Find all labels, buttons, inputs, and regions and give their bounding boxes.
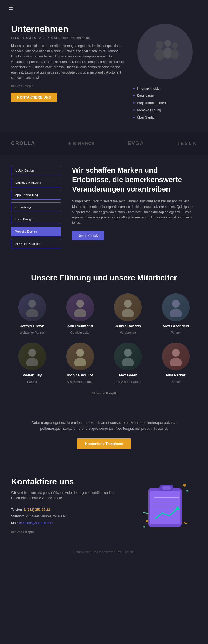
svg-point-21 [170,358,182,366]
avatar-jeffrey [18,293,46,321]
svg-point-13 [170,309,182,317]
svg-point-0 [156,41,163,49]
team-grid-row2: Walter Lilly Partner Monica Pouliot Asso… [11,343,197,383]
footer: Sample text. Click to select the Text El… [0,545,208,559]
logo-evga: EVGA [128,140,144,146]
svg-point-18 [124,349,132,357]
avatar-alex-g [162,293,190,321]
menu-icon[interactable]: ☰ [8,4,13,11]
service-btn-website[interactable]: Website-Design [11,227,61,236]
section-unternehmen: Unternehmen ELEMENTUM EU FACILISIS SED O… [0,16,208,132]
nav-item-5[interactable]: Über Studio [133,114,197,121]
team-member-monica: Monica Pouliot Assoziierter Partner [59,343,102,383]
avatar-ann [66,293,94,321]
role-alex-green: Assoziierter Partner [115,380,141,383]
kontakt-title: Kontaktiere uns [11,477,128,486]
location-label: Standort: [11,514,26,518]
nav-item-3[interactable]: Projektmanagement [133,99,197,107]
logo-binance: ◈ BINANCE [68,141,95,146]
svg-point-31 [186,490,188,492]
kontakt-left: Kontaktiere uns Wir sind hier, um alle g… [11,477,128,534]
nav-item-2[interactable]: Kreativteam [133,92,197,99]
kontakt-location-line: Standort: 75 Street Sample, WI 63025 [11,513,128,520]
svg-point-1 [154,48,164,61]
team-member-ann: Ann Richmond Kreativer Leiter [59,293,102,334]
svg-point-9 [74,309,86,317]
footer-sample-text: Sample text. Click to select the Text El… [73,550,135,554]
name-alex-green: Alex Green [118,373,138,377]
mail-value: template@sample.com [19,521,53,525]
cta-button[interactable]: Kostenlose Testphase [77,438,131,449]
role-jennie: Vorsitzende [120,331,136,334]
service-btn-marketing[interactable]: Digitales Marketing [11,178,61,187]
svg-point-2 [164,40,171,47]
kontakt-freepik: Bild von Freepik [11,530,128,534]
svg-point-17 [74,358,86,366]
name-alex-g: Alex Greenfield [163,324,189,328]
team-member-jennie: Jennie Roberts Vorsitzende [107,293,149,334]
role-ann: Kreativer Leiter [70,331,90,334]
kontakt-right [136,477,197,527]
svg-point-20 [172,349,180,357]
nav-item-4[interactable]: Kreative Leitung [133,107,197,114]
services-buttons: UI/UX-Design Digitales Marketing App-Ent… [11,166,61,248]
unser-kontakt-button[interactable]: Unser Kontakt [72,231,104,240]
role-monica: Assoziierter Partner [67,380,93,383]
services-body: Sample text. Click to select the Text El… [72,199,197,225]
service-btn-logo[interactable]: Logo-Design [11,215,61,224]
name-ann: Ann Richmond [67,324,93,328]
kontaktiere-uns-button[interactable]: KONTAKTIERE UNS [11,93,57,102]
role-jeffrey: Weltweiter Partner [20,331,45,334]
svg-point-19 [122,358,134,366]
services-heading: Wir schaffen Marken und Erlebnisse, die … [72,166,197,194]
service-btn-grafik[interactable]: Grafikdesign [11,202,61,212]
unternehmen-body: Massa ultrices mi quis hendrerit dolor m… [11,43,125,80]
svg-point-33 [143,526,145,528]
svg-point-4 [172,42,178,49]
svg-point-15 [26,358,38,366]
name-mila: Mila Parker [166,373,185,377]
name-monica: Monica Pouliot [67,373,93,377]
avatar-monica [66,343,94,370]
svg-point-11 [122,309,134,317]
avatar-alex-green [114,343,142,370]
cta-text: Dolor magna eget est lorem ipsum dolor s… [22,420,186,432]
svg-point-32 [146,520,148,522]
svg-point-14 [28,349,36,357]
service-btn-app[interactable]: App-Entwicklung [11,190,61,200]
location-value: 75 Street Sample, WI 63025 [26,514,67,518]
svg-point-5 [171,49,179,59]
svg-rect-23 [150,491,180,524]
svg-point-30 [183,484,186,487]
logo-crolla: CROLLA [11,140,35,146]
svg-rect-25 [162,486,171,490]
team-image-credit: Bilder von Freepik [11,392,197,395]
unternehmen-right: Innenarchitektur Kreativteam Projektmana… [133,24,197,121]
nav-list: Innenarchitektur Kreativteam Projektmana… [133,85,197,121]
section-services: UI/UX-Design Digitales Marketing App-Ent… [0,155,208,260]
service-btn-ui-ux[interactable]: UI/UX-Design [11,166,61,175]
team-title: Unsere Führung und unsere Mitarbeiter [11,273,197,282]
phone-value: 1 (232) 252 55 22 [24,508,50,512]
logos-bar: CROLLA ◈ BINANCE EVGA TESLA [0,132,208,155]
unternehmen-subtitle: ELEMENTUM EU FACILISIS SED ODIO MORBI QU… [11,36,125,39]
unternehmen-left: Unternehmen ELEMENTUM EU FACILISIS SED O… [11,24,125,121]
service-btn-seo[interactable]: SEO und Branding [11,239,61,248]
role-alex-g: Partner [171,331,181,334]
team-member-alex-green: Alex Green Assoziierter Partner [107,343,149,383]
mail-label: Mail: [11,521,19,525]
svg-point-6 [28,300,36,308]
svg-point-8 [76,300,84,308]
role-walter: Partner [27,380,37,383]
section-kontakt: Kontaktiere uns Wir sind hier, um alle g… [0,466,208,545]
unternehmen-image [137,24,193,79]
svg-point-12 [172,300,180,308]
services-content: Wir schaffen Marken und Erlebnisse, die … [72,166,197,248]
kontakt-phone-line: Telefon: 1 (232) 252 55 22 [11,506,128,513]
name-walter: Walter Lilly [23,373,42,377]
avatar-walter [18,343,46,370]
kontakt-desc: Wir sind hier, um alle geschäftlichen An… [11,490,128,501]
role-mila: Partner [171,380,181,383]
nav-item-1[interactable]: Innenarchitektur [133,85,197,92]
name-jeffrey: Jeffrey Brown [20,324,44,328]
